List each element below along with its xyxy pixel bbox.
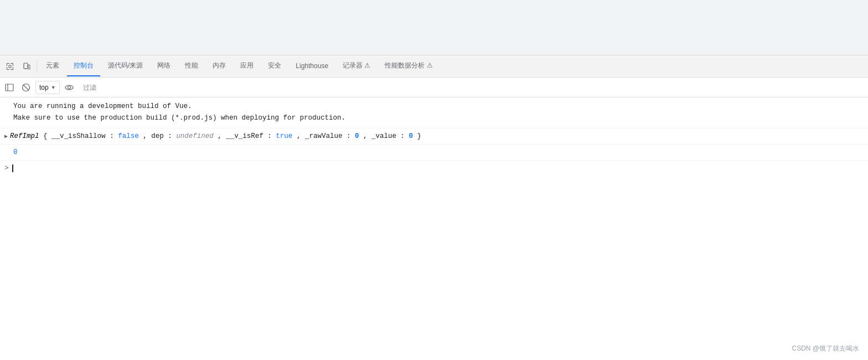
filter-input[interactable]	[79, 81, 866, 94]
eye-icon-button[interactable]	[62, 80, 76, 95]
tab-elements[interactable]: 元素	[39, 56, 66, 76]
tab-console[interactable]: 控制台	[67, 56, 100, 76]
number-zero-line: 0	[0, 145, 868, 161]
svg-rect-4	[6, 84, 13, 91]
refimpl-class-name: RefImpl	[10, 132, 39, 140]
devtools-panel: 元素 控制台 源代码/来源 网络 性能 内存 应用 安全	[0, 55, 868, 360]
watermark: CSDN @饿了就去喝水	[792, 344, 859, 353]
clear-console-button[interactable]	[19, 80, 33, 95]
vue-warning-message: You are running a development build of V…	[0, 97, 868, 128]
browser-chrome	[0, 0, 868, 55]
device-toggle-icon[interactable]	[19, 59, 34, 74]
tab-network[interactable]: 网络	[151, 56, 177, 76]
expand-arrow-icon[interactable]	[4, 132, 8, 141]
tab-perf-insights[interactable]: 性能数据分析 ⚠	[378, 56, 439, 76]
devtools-container: 元素 控制台 源代码/来源 网络 性能 内存 应用 安全	[0, 0, 868, 360]
console-output: You are running a development build of V…	[0, 97, 868, 360]
tab-lighthouse[interactable]: Lighthouse	[289, 56, 335, 76]
svg-rect-3	[28, 65, 30, 69]
svg-line-7	[23, 85, 29, 90]
vue-warning-line2: Make sure to use the production build (*…	[13, 112, 864, 124]
svg-point-9	[68, 86, 70, 89]
sidebar-toggle-button[interactable]	[2, 80, 17, 95]
cursor-blink	[12, 164, 13, 172]
tab-memory[interactable]: 内存	[206, 56, 232, 76]
tab-sources[interactable]: 源代码/来源	[101, 56, 149, 76]
tab-recorder[interactable]: 记录器 ⚠	[336, 56, 377, 76]
context-selector[interactable]: top ▼	[35, 81, 60, 94]
chevron-down-icon: ▼	[51, 85, 56, 90]
svg-rect-1	[24, 63, 28, 69]
tab-security[interactable]: 安全	[261, 56, 288, 76]
console-toolbar: top ▼	[0, 78, 868, 97]
tab-application[interactable]: 应用	[234, 56, 260, 76]
svg-rect-2	[25, 68, 27, 69]
vue-warning-line1: You are running a development build of V…	[13, 101, 864, 112]
refimpl-log-line[interactable]: RefImpl { __v_isShallow : false , dep : …	[0, 128, 868, 145]
inspect-element-icon[interactable]	[2, 59, 18, 74]
tab-performance[interactable]: 性能	[178, 56, 205, 76]
svg-rect-0	[9, 65, 11, 68]
tab-separator	[37, 61, 37, 72]
console-input-line[interactable]: >	[0, 161, 868, 177]
prompt-caret-icon: >	[4, 163, 9, 174]
tab-bar: 元素 控制台 源代码/来源 网络 性能 内存 应用 安全	[0, 55, 868, 78]
refimpl-log-content: RefImpl { __v_isShallow : false , dep : …	[10, 131, 864, 142]
